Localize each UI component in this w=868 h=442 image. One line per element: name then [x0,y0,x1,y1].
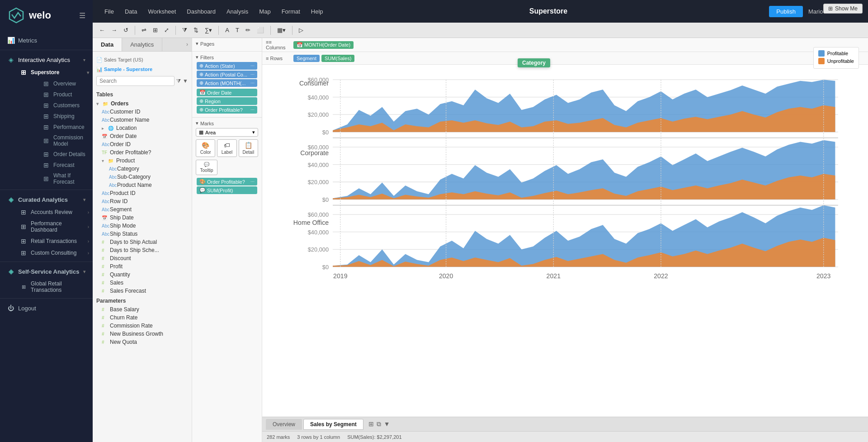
sidebar-item-global-retail[interactable]: ⊞ Global Retail Transactions [16,278,93,295]
tree-quantity[interactable]: # Quantity [93,271,192,279]
filter-order-profitable[interactable]: ⊕ Order Profitable? ⋯ [197,106,257,114]
tree-sub-category[interactable]: Abc Sub-Category [93,173,192,181]
filter-order-date[interactable]: 📅 Order Date [197,89,257,96]
caption-btn[interactable]: ⬜ [254,25,267,35]
menu-dashboard[interactable]: Dashboard [182,6,220,17]
data-source-sales-target[interactable]: 📄 Sales Target (US) [93,55,192,65]
tab-sales-by-segment[interactable]: Sales by Segment [303,419,363,430]
tree-order-date[interactable]: 📅 Order Date [93,132,192,140]
data-source-superstore[interactable]: 📊 Sample - Superstore [93,65,192,74]
tree-profit[interactable]: # Profit [93,262,192,271]
publish-button[interactable]: Publish [769,6,803,17]
tab-analytics[interactable]: Analytics [122,38,162,51]
refresh-button[interactable]: ↺ [121,25,131,35]
tree-customer-name[interactable]: Abc Customer Name [93,116,192,124]
sidebar-item-performance-dashboard[interactable]: ⊞ Performance Dashboard › [16,218,93,235]
menu-format[interactable]: Format [277,6,305,17]
format-text-button[interactable]: A [222,25,232,35]
tree-sales-forecast[interactable]: # Sales Forecast [93,287,192,295]
tree-ship-status[interactable]: Abc Ship Status [93,230,192,238]
sidebar-item-commission-model[interactable]: ⊞ Commission Model [39,133,93,149]
search-input[interactable] [96,76,175,86]
sidebar-item-product[interactable]: ⊞ Product [39,89,93,100]
menu-file[interactable]: File [100,6,118,17]
duplicate-sheet-icon[interactable]: ⧉ [377,420,381,428]
sidebar-item-superstore[interactable]: ⊞ Superstore ▾ [16,67,93,78]
tree-segment[interactable]: Abc Segment [93,205,192,214]
menu-worksheet[interactable]: Worksheet [143,6,180,17]
back-button[interactable]: ← [96,25,108,35]
present-button[interactable]: ▷ [296,25,306,35]
sidebar-item-curated-analytics[interactable]: ◈ Curated Analytics ▾ [0,193,93,206]
tree-days-actual[interactable]: # Days to Ship Actual [93,238,192,246]
sidebar-item-overview[interactable]: ⊞ Overview [39,78,93,89]
rows-segment-pill[interactable]: Segment [293,55,320,62]
sidebar-item-interactive-analytics[interactable]: ◈ Interactive Analytics ▾ [0,53,93,67]
tree-product-id[interactable]: Abc Product ID [93,189,192,197]
sidebar-item-self-service[interactable]: ◈ Self-Service Analytics ▾ [0,265,93,278]
tree-new-quota[interactable]: # New Quota [93,338,192,346]
sidebar-item-custom-consulting[interactable]: ⊞ Custom Consulting › [16,247,93,259]
menu-help[interactable]: Help [307,6,328,17]
tree-order-profitable[interactable]: TF Order Profitable? [93,148,192,157]
sidebar-item-forecast[interactable]: ⊞ Forecast [39,160,93,171]
sort-icon[interactable]: ▼ [183,78,188,84]
down-arrow-icon[interactable]: ▼ [384,420,390,428]
filter-action-state[interactable]: ⊕ Action (State) ⋯ [197,62,257,70]
filter-action-month[interactable]: ⊕ Action (MONTH(... ⋯ [197,79,257,87]
sidebar-item-shipping[interactable]: ⊞ Shipping [39,111,93,122]
tree-product[interactable]: ▾ 📁 Product [93,157,192,165]
tree-ship-date[interactable]: 📅 Ship Date [93,214,192,222]
rows-sum-sales-pill[interactable]: SUM(Sales) [321,55,354,62]
tree-discount[interactable]: # Discount [93,254,192,262]
sort-button[interactable]: ⊞ [150,25,160,35]
panel-collapse-btn[interactable]: › [183,38,192,51]
mark-order-profitable[interactable]: 🎨 Order Profitable? ⋯ [197,178,257,185]
hamburger-icon[interactable]: ☰ [79,11,85,20]
forward-button[interactable]: → [108,25,120,35]
sidebar-item-logout[interactable]: ⏻ Logout [0,301,93,315]
sidebar-item-metrics[interactable]: 📊 Metrics [0,33,93,47]
tree-ship-mode[interactable]: Abc Ship Mode [93,222,192,230]
tree-product-name[interactable]: Abc Product Name [93,181,192,189]
tree-base-salary[interactable]: # Base Salary [93,305,192,314]
mark-sum-profit[interactable]: 💬 SUM(Profit) [197,186,257,194]
tree-days-sched[interactable]: # Days to Ship Sche... [93,246,192,254]
sidebar-item-performance[interactable]: ⊞ Performance [39,122,93,133]
filter-button[interactable]: ⧩ [179,25,190,35]
tree-sales[interactable]: # Sales [93,279,192,287]
tree-order-id[interactable]: Abc Order ID [93,140,192,148]
menu-data[interactable]: Data [120,6,142,17]
new-sheet-icon[interactable]: ⊞ [368,420,374,428]
filter-action-postal[interactable]: ⊕ Action (Postal Co... ⋯ [197,71,257,78]
menu-analysis[interactable]: Analysis [222,6,253,17]
tree-commission-rate[interactable]: # Commission Rate [93,322,192,330]
tree-churn-rate[interactable]: # Churn Rate [93,314,192,322]
tree-customer-id[interactable]: Abc Customer ID [93,108,192,116]
sidebar-item-retail-transactions[interactable]: ⊞ Retail Transactions › [16,235,93,247]
filter-region[interactable]: ⊕ Region [197,97,257,105]
columns-month-pill[interactable]: 📅 MONTH(Order Date) [293,41,354,49]
filter-icon[interactable]: ⧩ [176,78,181,84]
agg-button[interactable]: ∑▾ [202,25,215,35]
swap-button[interactable]: ⇌ [139,25,149,35]
sidebar-item-accounts-review[interactable]: ⊞ Accounts Review › [16,206,93,218]
tree-new-business[interactable]: # New Business Growth [93,330,192,338]
show-me-button[interactable]: ⊞ Show Me [823,4,863,14]
tooltip-btn[interactable]: ✏ [243,25,253,35]
marks-detail-btn[interactable]: 📋 Detail [239,139,258,157]
tree-orders[interactable]: ▾ 📁 Orders [93,100,192,108]
menu-map[interactable]: Map [255,6,275,17]
marks-label-btn[interactable]: 🏷 Label [217,139,236,157]
tab-data[interactable]: Data [93,38,122,51]
marks-type-dropdown[interactable]: ▦ Area ▾ [196,128,258,137]
chart-type-button[interactable]: ▦▾ [274,25,288,35]
sidebar-item-what-if-forecast[interactable]: ⊞ What If Forecast [39,171,93,187]
tree-row-id[interactable]: Abc Row ID [93,197,192,205]
sidebar-item-order-details[interactable]: ⊞ Order Details [39,149,93,160]
tree-location[interactable]: ▸ 🌐 Location [93,124,192,132]
marks-color-btn[interactable]: 🎨 Color [196,139,215,157]
fit-button[interactable]: ⤢ [161,25,172,35]
format-t-button[interactable]: T [233,25,242,35]
marks-tooltip-btn[interactable]: 💬 Tooltip [196,160,217,175]
